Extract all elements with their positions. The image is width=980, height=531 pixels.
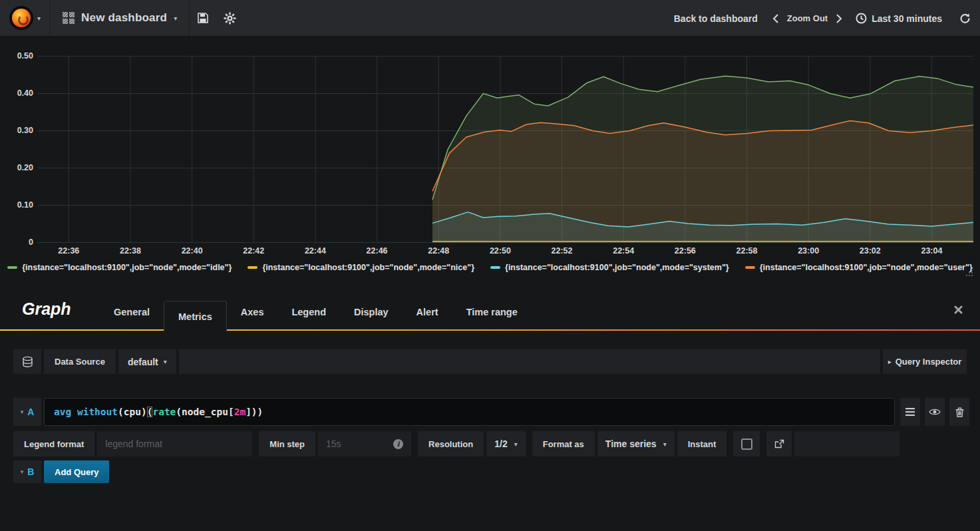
query-token-plain: ])) [245,407,263,417]
legend-item[interactable]: {instance="localhost:9100",job="node",mo… [490,263,729,272]
tab-time-range[interactable]: Time range [452,293,532,331]
share-query-button[interactable] [766,431,792,456]
y-axis-tick-label: 0.40 [5,88,33,98]
query-a-collapse-button[interactable]: ▾ A [13,398,41,426]
legend-item[interactable]: {instance="localhost:9100",job="node",mo… [247,263,474,272]
query-inspector-button[interactable]: ▸ Query Inspector [883,349,967,374]
legend-series-label: {instance="localhost:9100",job="node",mo… [22,263,232,272]
dashboard-title: New dashboard [81,11,167,25]
query-token-paren-match: ( [147,407,153,417]
menu-icon [905,408,915,416]
legend-format-placeholder: legend format [105,439,162,449]
external-link-icon [774,439,784,448]
resolution-label: Resolution [418,431,484,456]
navbar: ▾ New dashboard ▾ [0,0,980,37]
graph-plot[interactable] [38,56,973,243]
query-a-menu-button[interactable] [900,398,920,426]
chevron-down-icon: ▾ [37,15,41,22]
time-range-picker[interactable]: Last 30 minutes [856,13,942,24]
min-step-input[interactable]: 15s i [318,431,411,456]
y-axis-tick-label: 0.30 [5,126,33,135]
legend-series-label: {instance="localhost:9100",job="node",mo… [505,263,729,272]
tab-axes[interactable]: Axes [227,293,278,331]
x-axis-tick-label: 22:56 [665,246,705,256]
query-a-delete-button[interactable] [949,398,969,426]
datasource-row-filler [179,349,880,374]
graph-panel: 00.100.200.300.400.50 22:3622:3822:4022:… [5,41,975,282]
x-axis-tick-label: 22:36 [49,246,88,256]
legend-item[interactable]: {instance="localhost:9100",job="node",mo… [745,263,973,272]
panel-resize-handle[interactable] [966,269,973,276]
x-axis-tick-label: 22:44 [295,246,335,256]
datasource-select[interactable]: default ▾ [118,349,176,374]
legend-series-color-icon [247,266,257,269]
x-axis-tick-label: 22:52 [542,246,582,256]
chevron-down-icon: ▾ [514,441,518,448]
chevron-down-icon: ▾ [21,468,24,475]
y-axis-tick-label: 0 [5,238,33,247]
datasource-icon-box [13,349,41,374]
editor-tabbar: Graph General Metrics Axes Legend Displa… [0,293,980,331]
refresh-button[interactable] [959,13,971,24]
x-axis-tick-label: 22:54 [603,246,643,256]
tab-display[interactable]: Display [340,293,403,331]
x-axis-tick-label: 22:48 [418,246,458,256]
gear-icon [224,12,236,25]
query-row-b: ▾ B Add Query [13,460,109,483]
x-axis-tick-label: 22:38 [110,246,150,256]
y-axis-tick-label: 0.10 [5,200,33,210]
options-row-filler [794,431,899,456]
x-axis-tick-label: 22:50 [480,246,520,256]
x-axis-tick-label: 23:02 [850,246,890,256]
tabbar-accent-line [0,329,980,331]
query-b-letter: B [27,466,34,477]
zoom-out-button[interactable]: Zoom Out [787,13,828,23]
database-icon [22,356,33,368]
chevron-left-icon [772,14,779,23]
panel-type-title: Graph [22,299,71,319]
min-step-placeholder: 15s [326,439,341,449]
add-query-button[interactable]: Add Query [44,460,109,483]
format-as-label: Format as [532,431,595,456]
query-b-collapse-button[interactable]: ▾ B [13,460,41,483]
query-a-expression-input[interactable]: avg without(cpu) (rate(node_cpu[2m])) [44,398,895,426]
time-shift-left-button[interactable] [772,14,779,23]
save-icon [197,12,209,24]
clock-icon [856,13,867,24]
legend-series-color-icon [7,266,17,269]
query-token-function: rate [152,407,176,417]
back-to-dashboard-button[interactable]: Back to dashboard [674,13,758,24]
dashboard-title-menu[interactable]: New dashboard ▾ [51,0,190,36]
query-a-toggle-visibility-button[interactable] [925,398,945,426]
query-token-plain: (node_cpu[ [176,407,234,417]
triangle-right-icon: ▸ [888,358,892,365]
y-axis-tick-label: 0.50 [5,51,33,61]
close-editor-button[interactable] [954,305,963,317]
query-row-a: ▾ A avg without(cpu) (rate(node_cpu[2m])… [13,398,969,426]
time-shift-right-button[interactable] [836,14,842,23]
x-axis-tick-label: 22:58 [727,246,767,256]
instant-checkbox[interactable] [733,431,760,456]
query-a-letter: A [27,407,34,417]
dashboard-settings-button[interactable] [216,0,243,36]
save-dashboard-button[interactable] [190,0,216,36]
grafana-logo-button[interactable]: ▾ [0,0,51,36]
tab-general[interactable]: General [100,293,164,331]
grafana-logo-icon [9,6,33,30]
tab-metrics[interactable]: Metrics [164,301,227,331]
chevron-down-icon: ▾ [174,15,177,22]
format-as-select[interactable]: Time series ▾ [597,431,675,456]
legend-format-label: Legend format [13,431,94,456]
legend-series-label: {instance="localhost:9100",job="node",mo… [760,263,973,272]
time-range-label: Last 30 minutes [872,13,942,24]
tab-alert[interactable]: Alert [403,293,452,331]
legend-item[interactable]: {instance="localhost:9100",job="node",mo… [7,263,232,272]
resolution-select[interactable]: 1/2 ▾ [486,431,526,456]
y-axis-tick-label: 0.20 [5,163,33,172]
eye-icon [929,408,941,416]
tab-legend[interactable]: Legend [277,293,340,331]
chevron-down-icon: ▾ [663,441,667,448]
x-axis-tick-label: 23:00 [788,246,828,256]
legend-format-input[interactable]: legend format [97,431,252,456]
legend-series-color-icon [490,266,500,269]
